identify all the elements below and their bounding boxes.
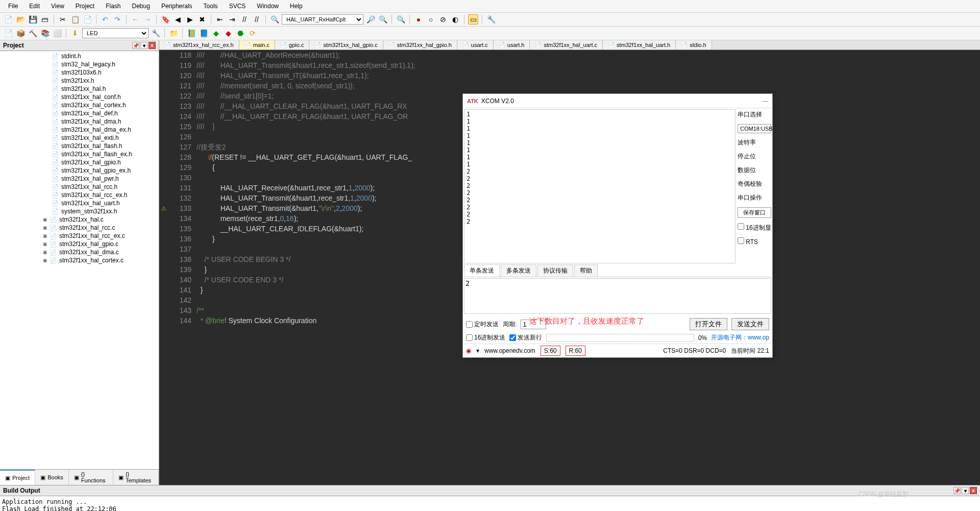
build-output-text[interactable]: Application running ... Flash Load finis… xyxy=(0,496,980,511)
pack-install-icon[interactable]: ◆ xyxy=(211,28,221,38)
xcom-titlebar[interactable]: ATK XCOM V2.0 — xyxy=(463,94,772,108)
expand-icon[interactable]: ▣ xyxy=(43,241,49,247)
menu-project[interactable]: Project xyxy=(70,1,100,11)
tree-file[interactable]: 📄stm32f1xx_hal_gpio.h xyxy=(0,158,159,166)
xcom-tab[interactable]: 帮助 xyxy=(574,264,598,277)
expand-icon[interactable]: ▣ xyxy=(43,225,49,230)
menu-peripherals[interactable]: Peripherals xyxy=(156,1,198,11)
editor-tab[interactable]: 📄stm32f1xx_hal_uart.c xyxy=(530,40,603,50)
select-packs-icon[interactable]: 📘 xyxy=(199,28,209,38)
window-icon[interactable]: ▭ xyxy=(468,14,478,25)
xcom-hexsend-checkbox[interactable]: 16进制发送 xyxy=(466,333,505,342)
paste-icon[interactable]: 📄 xyxy=(82,14,92,25)
tree-file[interactable]: 📄stm32f1xx_hal_pwr.h xyxy=(0,175,159,183)
xcom-tab[interactable]: 多条发送 xyxy=(501,264,536,277)
manage-rte-icon[interactable]: 📗 xyxy=(186,28,197,38)
pack-unlock-icon[interactable]: ⬣ xyxy=(235,28,246,38)
menu-file[interactable]: File xyxy=(3,1,23,11)
xcom-save-button[interactable]: 保存窗口 xyxy=(738,207,771,218)
build-pin-icon[interactable]: 📌 xyxy=(953,487,961,494)
tree-file[interactable]: 📄stm32f1xx_hal_flash.h xyxy=(0,142,159,150)
menu-edit[interactable]: Edit xyxy=(24,1,45,11)
tree-file[interactable]: 📄stm32f1xx_hal_def.h xyxy=(0,109,159,117)
editor-tab[interactable]: 📄gpio.c xyxy=(275,40,309,50)
manage-icon[interactable]: 📁 xyxy=(168,28,179,38)
menu-help[interactable]: Help xyxy=(285,1,308,11)
pack-lock-icon[interactable]: ◆ xyxy=(223,28,233,38)
tree-file[interactable]: 📄stm32_hal_legacy.h xyxy=(0,60,159,68)
uncomment-icon[interactable]: // xyxy=(252,14,262,25)
tree-file[interactable]: 📄stm32f1xx_hal_cortex.h xyxy=(0,101,159,109)
new-file-icon[interactable]: 📄 xyxy=(3,14,13,25)
find-icon[interactable]: 🔍 xyxy=(270,14,280,25)
build-close-icon[interactable]: × xyxy=(970,487,977,494)
breakpoint-disable-icon[interactable]: ○ xyxy=(426,14,436,25)
panel-pin-icon[interactable]: 📌 xyxy=(132,42,139,49)
tree-file[interactable]: ▣📄stm32f1xx_hal_rcc.c xyxy=(0,224,159,232)
editor-tab[interactable]: 📄usart.h xyxy=(494,40,530,50)
xcom-receive-area[interactable]: 1 1 1 1 1 1 1 1 2 2 2 2 2 2 2 2 xyxy=(464,109,736,263)
editor-tab[interactable]: 📄stm32f1xx_hal_gpio.h xyxy=(383,40,457,50)
tree-file[interactable]: 📄stm32f1xx_hal_exti.h xyxy=(0,134,159,142)
target-combo[interactable]: LED xyxy=(82,28,149,38)
undo-icon[interactable]: ↶ xyxy=(100,14,110,25)
panel-dropdown-icon[interactable]: ▾ xyxy=(140,42,148,49)
menu-view[interactable]: View xyxy=(46,1,69,11)
project-tab-templates[interactable]: ▣{} Templates xyxy=(113,470,159,485)
xcom-send-file-button[interactable]: 发送文件 xyxy=(731,318,769,330)
tree-file[interactable]: 📄system_stm32f1xx.h xyxy=(0,207,159,215)
xcom-url[interactable]: www.openedv.com xyxy=(484,347,535,354)
expand-icon[interactable]: ▣ xyxy=(43,250,49,255)
nav-back-icon[interactable]: ← xyxy=(130,14,140,25)
breakpoint-enable-icon[interactable]: ◐ xyxy=(450,14,460,25)
tree-file[interactable]: 📄stm32f1xx_hal_flash_ex.h xyxy=(0,150,159,158)
comment-icon[interactable]: // xyxy=(239,14,250,25)
project-tab-project[interactable]: ▣Project xyxy=(0,470,35,485)
editor-tab[interactable]: 📄stdio.h xyxy=(676,40,712,50)
stop-build-icon[interactable]: ⬜ xyxy=(52,28,62,38)
tree-file[interactable]: 📄stm32f1xx_hal_rcc.h xyxy=(0,183,159,191)
xcom-tab[interactable]: 协议传输 xyxy=(537,264,573,277)
menu-tools[interactable]: Tools xyxy=(199,1,223,11)
menu-svcs[interactable]: SVCS xyxy=(224,1,251,11)
redo-icon[interactable]: ↷ xyxy=(112,14,122,25)
tree-file[interactable]: ▣📄stm32f1xx_hal_rcc_ex.c xyxy=(0,232,159,240)
build-icon[interactable]: 📦 xyxy=(15,28,26,38)
debug-icon[interactable]: 🔍 xyxy=(396,14,406,25)
batch-build-icon[interactable]: 📚 xyxy=(40,28,50,38)
tree-file[interactable]: 📄stm32f1xx_hal_gpio_ex.h xyxy=(0,166,159,175)
editor-tab[interactable]: 📄main.c xyxy=(239,40,275,50)
download-icon[interactable]: ⬇ xyxy=(70,28,80,38)
xcom-tab[interactable]: 单条发送 xyxy=(464,264,500,277)
find-in-files-icon[interactable]: 🔎 xyxy=(365,14,376,25)
expand-icon[interactable]: ▣ xyxy=(43,258,49,263)
xcom-link[interactable]: 开源电子网：www.op xyxy=(711,333,769,342)
cut-icon[interactable]: ✂ xyxy=(58,14,68,25)
project-tree[interactable]: 📄stdint.h📄stm32_hal_legacy.h📄stm32f103x6… xyxy=(0,51,159,469)
xcom-open-file-button[interactable]: 打开文件 xyxy=(690,318,727,330)
expand-icon[interactable]: ▣ xyxy=(43,233,49,238)
menu-debug[interactable]: Debug xyxy=(127,1,155,11)
pack-refresh-icon[interactable]: ⟳ xyxy=(248,28,258,38)
editor-tab[interactable]: 📄stm32f1xx_hal_gpio.c xyxy=(309,40,383,50)
panel-close-icon[interactable]: × xyxy=(149,42,156,49)
open-file-icon[interactable]: 📂 xyxy=(15,14,26,25)
tree-file[interactable]: 📄stm32f1xx_hal_dma_ex.h xyxy=(0,126,159,134)
xcom-window[interactable]: ATK XCOM V2.0 — 1 1 1 1 1 1 1 1 2 2 2 2 … xyxy=(462,93,773,358)
tree-file[interactable]: 📄stm32f1xx_hal.h xyxy=(0,85,159,93)
tree-file[interactable]: 📄stm32f1xx_hal_uart.h xyxy=(0,199,159,207)
project-tab-books[interactable]: ▣Books xyxy=(35,470,69,485)
bookmark-next-icon[interactable]: ▶ xyxy=(185,14,195,25)
tree-file[interactable]: ▣📄stm32f1xx_hal.c xyxy=(0,215,159,224)
breakpoint-icon[interactable]: ● xyxy=(413,14,424,25)
tree-file[interactable]: 📄stdint.h xyxy=(0,52,159,60)
tree-file[interactable]: 📄stm32f1xx_hal_conf.h xyxy=(0,93,159,101)
tree-file[interactable]: 📄stm32f1xx.h xyxy=(0,77,159,85)
translate-icon[interactable]: 📄 xyxy=(3,28,13,38)
xcom-minimize-icon[interactable]: — xyxy=(762,98,768,105)
bookmark-icon[interactable]: 🔖 xyxy=(160,14,170,25)
find-combo[interactable]: HAL_UART_RxHalfCpltCal xyxy=(282,14,363,25)
xcom-record-icon[interactable]: ◉ xyxy=(466,347,471,354)
rebuild-icon[interactable]: 🔨 xyxy=(28,28,38,38)
target-options-icon[interactable]: 🔧 xyxy=(151,28,161,38)
